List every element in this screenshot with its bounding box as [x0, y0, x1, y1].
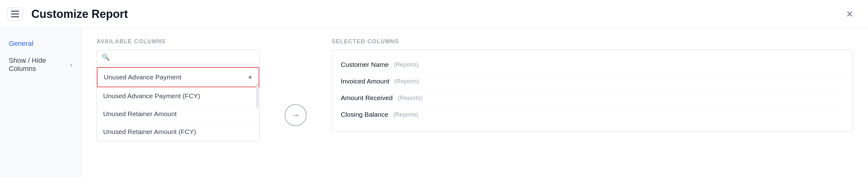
selected-column-name: Customer Name	[341, 61, 389, 68]
header: Customize Report ×	[0, 0, 868, 28]
search-icon: 🔍	[102, 53, 110, 61]
sidebar-item-general[interactable]: General	[0, 36, 81, 52]
hamburger-line-2	[11, 13, 19, 14]
column-item-unused-advance[interactable]: Unused Advance Payment +	[97, 67, 259, 87]
hamburger-line-1	[11, 11, 19, 11]
hamburger-button[interactable]	[7, 7, 23, 21]
sidebar-columns-label: Show / Hide Columns	[9, 57, 70, 73]
hamburger-line-3	[11, 16, 19, 17]
selected-column-name: Closing Balance	[341, 111, 389, 118]
selected-column-customer-name: Customer Name (Reports)	[341, 57, 844, 73]
content-area: AVAILABLE COLUMNS 🔍 Unused Advance Payme…	[82, 28, 868, 177]
column-item-unused-retainer-fcy[interactable]: Unused Retainer Amount (FCY)	[97, 123, 259, 141]
search-box: 🔍	[97, 50, 259, 64]
column-item-unused-retainer[interactable]: Unused Retainer Amount	[97, 105, 259, 123]
column-item-label: Unused Advance Payment (FCY)	[103, 92, 200, 100]
available-columns-label: AVAILABLE COLUMNS	[97, 38, 259, 45]
column-item-label: Unused Retainer Amount	[103, 110, 177, 118]
column-item-label: Unused Retainer Amount (FCY)	[103, 128, 196, 136]
sidebar: General Show / Hide Columns ‹	[0, 28, 82, 177]
chevron-left-icon: ‹	[70, 61, 72, 68]
header-left: Customize Report	[7, 7, 128, 21]
sidebar-item-columns[interactable]: Show / Hide Columns ‹	[0, 52, 81, 78]
page-title: Customize Report	[31, 7, 128, 21]
selected-column-tag: (Reports)	[394, 78, 419, 85]
selected-columns-panel: SELECTED COLUMNS Customer Name (Reports)…	[332, 38, 853, 167]
column-item-unused-advance-fcy[interactable]: Unused Advance Payment (FCY)	[97, 87, 259, 105]
transfer-arrow-button[interactable]: →	[285, 104, 307, 126]
available-columns-list: Unused Advance Payment + Unused Advance …	[97, 67, 259, 141]
selected-column-invoiced-amount: Invoiced Amount (Reports)	[341, 73, 844, 90]
app-container: Customize Report × General Show / Hide C…	[0, 0, 868, 177]
search-input[interactable]	[114, 54, 254, 61]
column-item-label: Unused Advance Payment	[104, 73, 182, 81]
available-columns-panel: AVAILABLE COLUMNS 🔍 Unused Advance Payme…	[97, 38, 259, 167]
add-icon: +	[248, 73, 252, 82]
selected-columns-label: SELECTED COLUMNS	[332, 38, 853, 45]
selected-column-tag: (Reports)	[394, 61, 418, 68]
main-content: General Show / Hide Columns ‹ AVAILABLE …	[0, 28, 868, 177]
selected-column-closing-balance: Closing Balance (Reports)	[341, 107, 844, 123]
selected-columns-box: Customer Name (Reports) Invoiced Amount …	[332, 50, 853, 131]
selected-column-name: Amount Received	[341, 94, 393, 102]
selected-column-name: Invoiced Amount	[341, 78, 389, 85]
selected-column-amount-received: Amount Received (Reports)	[341, 90, 844, 107]
selected-column-tag: (Reports)	[398, 94, 423, 101]
selected-column-tag: (Reports)	[394, 111, 418, 118]
close-button[interactable]: ×	[844, 7, 856, 21]
scrollbar[interactable]	[256, 83, 258, 108]
